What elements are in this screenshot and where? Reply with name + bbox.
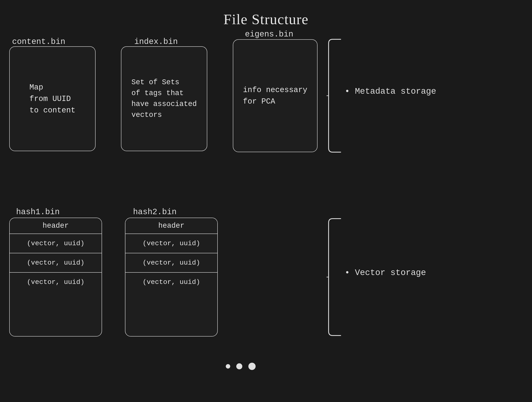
metadata-storage-label: • Metadata storage — [345, 87, 436, 96]
hash2-row-3: (vector, uuid) — [125, 273, 217, 292]
hash1-bin-box: header (vector, uuid) (vector, uuid) (ve… — [9, 218, 102, 337]
content-bin-text: Map from UUID to content — [23, 75, 82, 122]
vector-storage-label: • Vector storage — [345, 268, 426, 278]
ellipsis-dots — [226, 363, 256, 370]
hash1-header: header — [10, 218, 101, 234]
index-bin-label: index.bin — [134, 37, 178, 46]
eigens-bin-text: info necessary for PCA — [237, 78, 313, 113]
eigens-bin-box: info necessary for PCA — [233, 39, 317, 152]
hash1-row-2: (vector, uuid) — [10, 253, 101, 273]
vector-bracket — [327, 217, 343, 338]
dot-3 — [248, 363, 256, 370]
content-bin-box: Map from UUID to content — [9, 46, 95, 151]
hash2-row-1: (vector, uuid) — [125, 234, 217, 253]
index-bin-text: Set of Sets of tags that have associated… — [125, 71, 203, 126]
hash2-bin-box: header (vector, uuid) (vector, uuid) (ve… — [125, 218, 218, 337]
page-title: File Structure — [0, 11, 532, 28]
content-bin-label: content.bin — [12, 37, 65, 46]
hash1-row-1: (vector, uuid) — [10, 234, 101, 253]
eigens-bin-label: eigens.bin — [245, 30, 293, 39]
metadata-bracket — [327, 37, 343, 154]
dot-2 — [236, 363, 242, 369]
hash2-bin-label: hash2.bin — [133, 207, 177, 217]
hash1-row-3: (vector, uuid) — [10, 273, 101, 292]
dot-1 — [226, 364, 230, 369]
hash2-header: header — [125, 218, 217, 234]
hash2-row-2: (vector, uuid) — [125, 253, 217, 273]
hash1-bin-label: hash1.bin — [16, 207, 60, 217]
index-bin-box: Set of Sets of tags that have associated… — [121, 46, 207, 151]
